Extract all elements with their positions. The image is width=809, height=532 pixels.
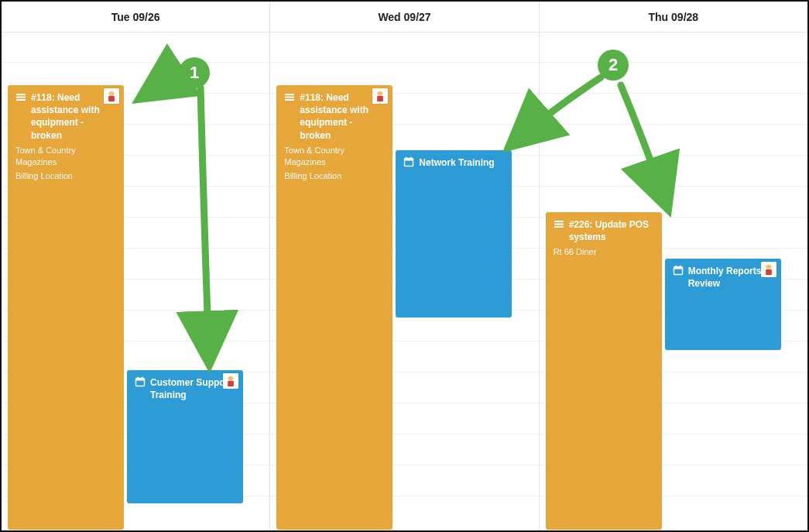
svg-rect-20 (405, 159, 413, 161)
svg-rect-7 (136, 379, 145, 381)
day-header-0[interactable]: Tue 09/26 (2, 2, 269, 33)
svg-rect-13 (285, 94, 294, 95)
svg-rect-29 (680, 266, 681, 268)
calendar-icon (135, 376, 146, 387)
svg-rect-18 (378, 96, 384, 101)
event-subtitle-1: Town & Country Magazines (15, 145, 116, 168)
assignee-avatar-group[interactable] (761, 262, 776, 277)
day-column-2: Thu 09/28 #226: Update POS systems (540, 2, 807, 530)
svg-rect-22 (410, 157, 412, 160)
assignee-avatar[interactable] (372, 88, 388, 104)
event-subtitle-2: Billing Location (15, 170, 116, 182)
day-header-1[interactable]: Wed 09/27 (270, 2, 538, 33)
event-title: #226: Update POS systems (569, 218, 654, 243)
svg-rect-12 (228, 381, 234, 386)
event-monthly-reports[interactable]: Monthly Reports Review (665, 259, 781, 350)
day-columns: Tue 09/26 #118: Need assistanc (2, 2, 807, 530)
svg-rect-15 (285, 99, 294, 101)
ticket-icon (284, 91, 295, 102)
ticket-icon (15, 91, 26, 102)
day-header-label: Wed 09/27 (378, 11, 430, 23)
svg-rect-14 (285, 97, 294, 98)
svg-rect-0 (16, 94, 26, 95)
svg-rect-8 (138, 377, 139, 379)
event-training-network[interactable]: Network Training (396, 150, 512, 317)
day-header-label: Thu 09/28 (649, 11, 699, 23)
event-title: Network Training (419, 156, 494, 169)
day-body-0[interactable]: #118: Need assistance with equipment - b… (2, 33, 269, 530)
svg-rect-9 (142, 377, 143, 379)
day-header-label: Tue 09/26 (111, 11, 160, 23)
svg-rect-21 (406, 157, 408, 160)
svg-rect-32 (766, 269, 772, 275)
day-body-2[interactable]: #226: Update POS systems Rt 66 Diner Mon… (540, 33, 807, 530)
svg-rect-24 (554, 224, 564, 225)
svg-rect-5 (108, 96, 115, 101)
event-training-customer-support[interactable]: Customer Support Training (127, 370, 243, 503)
event-subtitle-1: Rt 66 Diner (554, 246, 654, 258)
event-ticket-118-tue[interactable]: #118: Need assistance with equipment - b… (8, 85, 124, 530)
day-body-1[interactable]: #118: Need assistance with equipment - b… (270, 33, 538, 530)
svg-rect-25 (554, 226, 564, 228)
event-subtitle-2: Billing Location (284, 170, 385, 182)
svg-rect-1 (16, 97, 26, 98)
day-column-0: Tue 09/26 #118: Need assistanc (2, 2, 270, 530)
event-subtitle-1: Town & Country Magazines (284, 145, 385, 168)
day-column-1: Wed 09/27 #118: Need assistance with eq (270, 2, 539, 530)
calendar-icon (403, 156, 414, 167)
svg-rect-2 (16, 99, 26, 101)
day-header-2[interactable]: Thu 09/28 (540, 2, 807, 33)
calendar-icon (673, 265, 684, 276)
assignee-avatar[interactable] (104, 88, 119, 104)
assignee-avatar[interactable] (223, 373, 238, 389)
svg-rect-23 (554, 221, 564, 222)
calendar-frame: Tue 09/26 #118: Need assistanc (0, 0, 809, 532)
ticket-icon (554, 218, 564, 229)
svg-rect-27 (674, 267, 682, 269)
event-ticket-118-wed[interactable]: #118: Need assistance with equipment - b… (276, 85, 393, 530)
svg-rect-28 (675, 266, 677, 268)
event-ticket-226[interactable]: #226: Update POS systems Rt 66 Diner (546, 212, 662, 530)
